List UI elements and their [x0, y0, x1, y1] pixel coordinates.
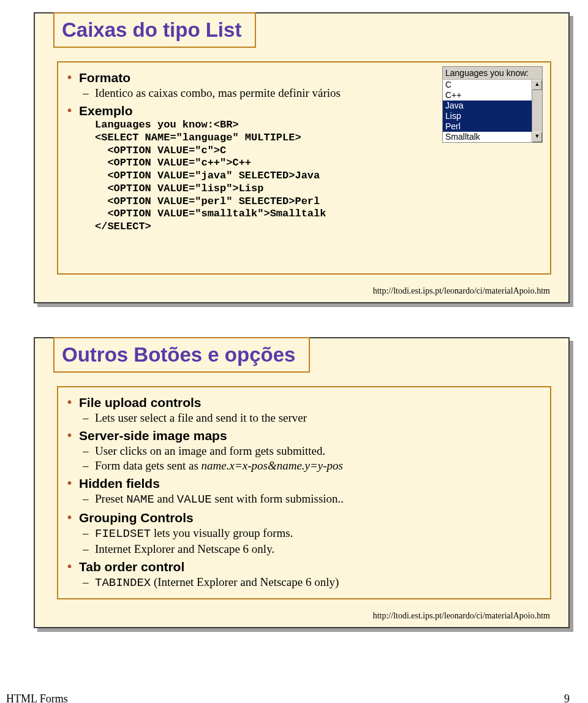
slide-outros-botoes: Outros Botões e opções File upload contr…: [34, 337, 570, 628]
slide-title: Caixas do tipo List: [62, 18, 241, 42]
text: lets you visually group forms.: [151, 526, 293, 539]
listbox-widget: Languages you know: CC++JavaLispPerlSmal…: [442, 66, 543, 143]
bullet-label: Tab order control: [79, 560, 184, 574]
text: and: [154, 492, 177, 505]
slide-title: Outros Botões e opções: [62, 343, 295, 367]
slide-title-box: Outros Botões e opções: [53, 337, 310, 373]
sub-image-maps-1: User clicks on an image and form gets su…: [79, 444, 543, 458]
listbox-option[interactable]: C++: [443, 90, 532, 101]
slide-footer-url: http://ltodi.est.ips.pt/leonardo/ci/mate…: [373, 611, 550, 621]
scroll-track[interactable]: [532, 90, 542, 132]
page-footer: HTML Forms 9: [0, 668, 588, 703]
scroll-down-icon[interactable]: ▼: [532, 132, 542, 142]
slide-caixas-list: Caixas do tipo List Formato Identico as …: [34, 12, 570, 303]
sub-grouping-1: FIELDSET lets you visually group forms.: [79, 526, 543, 542]
italic-text: name.x=x-pos&name.y=y-pos: [202, 459, 343, 472]
listbox-option[interactable]: Perl: [443, 121, 532, 132]
sub-tab: TABINDEX (Internet Explorer and Netscape…: [79, 575, 543, 591]
sub-grouping-2: Internet Explorer and Netscape 6 only.: [79, 542, 543, 557]
scroll-up-icon[interactable]: ▲: [532, 80, 542, 90]
sub-image-maps-2: Form data gets sent as name.x=x-pos&name…: [79, 458, 543, 473]
mono-text: NAME: [126, 493, 154, 506]
mono-text: FIELDSET: [95, 527, 151, 541]
bullet-file-upload: File upload controls Lets user select a …: [66, 395, 543, 425]
listbox-option[interactable]: Smalltalk: [443, 132, 532, 142]
bullet-hidden: Hidden fields Preset NAME and VALUE sent…: [66, 476, 543, 507]
bullet-label: Server-side image maps: [79, 428, 227, 443]
bullet-image-maps: Server-side image maps User clicks on an…: [66, 428, 543, 473]
bullet-label: Grouping Controls: [79, 511, 194, 525]
bullet-tab-order: Tab order control TABINDEX (Internet Exp…: [66, 559, 543, 591]
slide-body: File upload controls Lets user select a …: [57, 386, 551, 599]
bullet-label: Formato: [79, 70, 130, 85]
sub-hidden: Preset NAME and VALUE sent with form sub…: [79, 492, 543, 507]
listbox-option[interactable]: C: [443, 80, 532, 90]
footer-left: HTML Forms: [6, 693, 68, 703]
slide-title-box: Caixas do tipo List: [53, 12, 256, 48]
text: sent with form submission..: [212, 492, 344, 505]
slide-footer-url: http://ltodi.est.ips.pt/leonardo/ci/mate…: [373, 286, 550, 296]
listbox-option[interactable]: Lisp: [443, 111, 532, 121]
scrollbar[interactable]: ▲ ▼: [532, 80, 542, 142]
mono-text: VALUE: [177, 493, 212, 506]
text: Form data gets sent as: [95, 459, 202, 472]
bullet-label: Hidden fields: [79, 476, 160, 490]
bullet-label: Exemplo: [79, 104, 133, 118]
mono-text: TABINDEX: [95, 576, 151, 590]
bullet-label: File upload controls: [79, 395, 202, 409]
listbox-items[interactable]: CC++JavaLispPerlSmalltalk: [443, 80, 532, 142]
listbox-label: Languages you know:: [443, 67, 542, 80]
sub-file-upload: Lets user select a file and send it to t…: [79, 411, 543, 425]
bullet-grouping: Grouping Controls FIELDSET lets you visu…: [66, 510, 543, 557]
footer-page-number: 9: [564, 693, 570, 703]
listbox-option[interactable]: Java: [443, 101, 532, 111]
text: Preset: [95, 492, 126, 505]
text: (Internet Explorer and Netscape 6 only): [151, 576, 339, 588]
